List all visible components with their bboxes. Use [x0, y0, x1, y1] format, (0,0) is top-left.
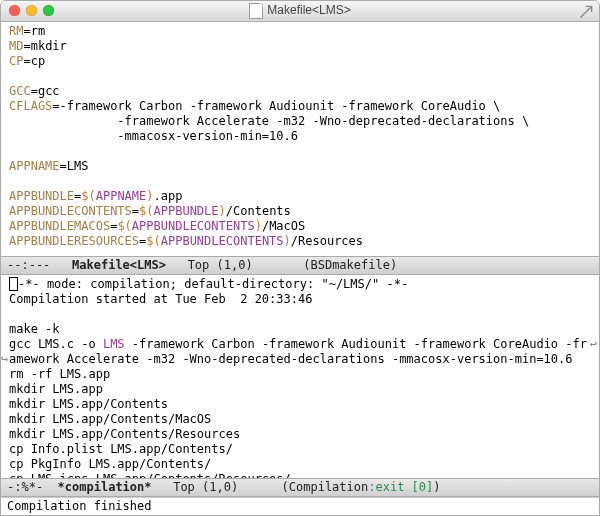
echo-text: Compilation finished: [7, 499, 152, 513]
source-line: [9, 69, 591, 84]
modeline-mod: -:%*-: [7, 480, 58, 494]
editor-window: Makefile<LMS> RM=rmMD=mkdirCP=cp GCC=gcc…: [0, 0, 600, 516]
compilation-pane[interactable]: -*- mode: compilation; default-directory…: [1, 275, 599, 479]
source-line: [9, 144, 591, 159]
source-line: APPBUNDLERESOURCES=$(APPBUNDLECONTENTS)/…: [9, 234, 591, 249]
source-line: APPBUNDLE=$(APPNAME).app: [9, 189, 591, 204]
compilation-line: mkdir LMS.app/Contents: [9, 397, 591, 412]
compilation-line: [9, 307, 591, 322]
window-title: Makefile<LMS>: [1, 3, 599, 19]
compilation-line: ↪amework Accelerate -m32 -Wno-deprecated…: [9, 352, 591, 367]
source-line: MD=mkdir: [9, 39, 591, 54]
source-line: CP=cp: [9, 54, 591, 69]
window-title-text: Makefile<LMS>: [267, 3, 350, 18]
modeline-bottom[interactable]: -:%*- *compilation* Top (1,0) (Compilati…: [1, 478, 599, 497]
compilation-line: mkdir LMS.app: [9, 382, 591, 397]
line-wrap-right-icon: ↩: [590, 337, 597, 352]
source-line: APPBUNDLECONTENTS=$(APPBUNDLE)/Contents: [9, 204, 591, 219]
modeline-mod: --:---: [7, 258, 72, 272]
compilation-header: -*- mode: compilation; default-directory…: [9, 277, 591, 292]
source-pane[interactable]: RM=rmMD=mkdirCP=cp GCC=gccCFLAGS=-framew…: [1, 22, 599, 256]
modeline-pos: Top (1,0) (Compilation: [152, 480, 369, 494]
compilation-line: cp PkgInfo LMS.app/Contents/: [9, 457, 591, 472]
modeline-buffer: *compilation*: [58, 480, 152, 494]
modeline-exit: exit [0]: [375, 480, 433, 494]
compilation-header: Compilation started at Tue Feb 2 20:33:4…: [9, 292, 591, 307]
point-cursor-icon: [9, 277, 18, 291]
source-line: [9, 174, 591, 189]
compilation-line: mkdir LMS.app/Contents/Resources: [9, 427, 591, 442]
modeline-buffer: Makefile<LMS>: [72, 258, 166, 272]
source-line: RM=rm: [9, 24, 591, 39]
source-line: -framework Accelerate -m32 -Wno-deprecat…: [9, 114, 591, 129]
echo-area: Compilation finished: [1, 497, 599, 515]
compilation-line: gcc LMS.c -o LMS -framework Carbon -fram…: [9, 337, 591, 352]
line-wrap-left-icon: ↪: [1, 352, 8, 367]
compilation-line: mkdir LMS.app/Contents/MacOS: [9, 412, 591, 427]
source-line: GCC=gcc: [9, 84, 591, 99]
compilation-line: rm -rf LMS.app: [9, 367, 591, 382]
source-line: -mmacosx-version-min=10.6: [9, 129, 591, 144]
modeline-pos: Top (1,0): [166, 258, 303, 272]
modeline-top[interactable]: --:--- Makefile<LMS> Top (1,0) (BSDmakef…: [1, 256, 599, 275]
compilation-line: cp LMS.icns LMS.app/Contents/Resources/: [9, 472, 591, 479]
document-icon: [249, 3, 263, 19]
compilation-line: make -k: [9, 322, 591, 337]
source-line: APPNAME=LMS: [9, 159, 591, 174]
titlebar[interactable]: Makefile<LMS>: [1, 1, 599, 22]
compilation-line: cp Info.plist LMS.app/Contents/: [9, 442, 591, 457]
proxy-icon[interactable]: [579, 5, 593, 19]
source-line: APPBUNDLEMACOS=$(APPBUNDLECONTENTS)/MacO…: [9, 219, 591, 234]
modeline-mode: (BSDmakefile): [303, 258, 397, 272]
modeline-tail: ): [433, 480, 440, 494]
source-line: CFLAGS=-framework Carbon -framework Audi…: [9, 99, 591, 114]
